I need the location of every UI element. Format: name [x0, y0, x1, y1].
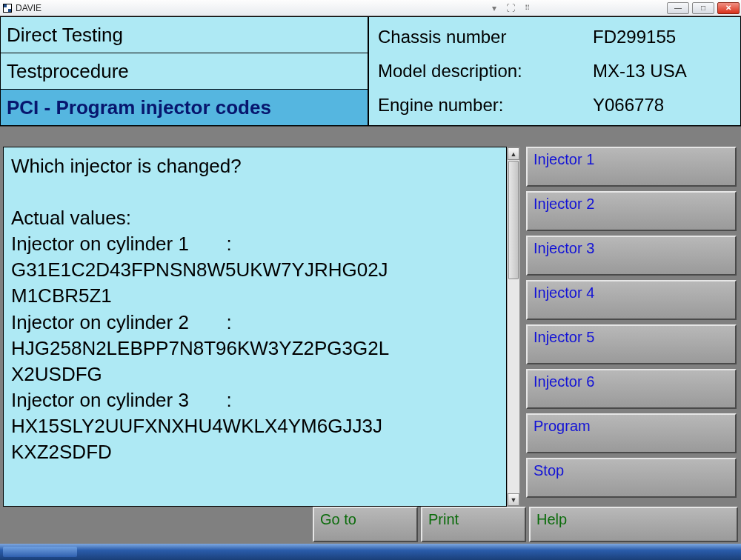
cyl3-code-1: HX15SLY2UUFXNXHU4WKLX4YM6GJJ3J [11, 415, 382, 437]
model-value: MX-13 USA [593, 61, 731, 81]
side-button-column: Injector 1 Injector 2 Injector 3 Injecto… [522, 147, 741, 507]
vehicle-info: Chassis number FD299155 Model descriptio… [369, 17, 740, 125]
goto-button[interactable]: Go to [313, 507, 418, 542]
actual-values-label: Actual values: [11, 207, 131, 229]
breadcrumb-level-3[interactable]: PCI - Program injector codes [1, 90, 368, 125]
injector-5-button[interactable]: Injector 5 [526, 324, 737, 364]
engine-value: Y066778 [593, 95, 731, 116]
chassis-row: Chassis number FD299155 [378, 27, 731, 47]
stop-button[interactable]: Stop [526, 458, 737, 498]
window-title: DAVIE [16, 3, 41, 13]
fullscreen-icon[interactable]: ⛶ [504, 2, 517, 14]
injector-2-button[interactable]: Injector 2 [526, 191, 737, 231]
injector-3-button[interactable]: Injector 3 [526, 236, 737, 276]
close-button[interactable]: ✕ [717, 2, 740, 14]
cyl1-label: Injector on cylinder 1 [11, 233, 189, 255]
engine-label: Engine number: [378, 95, 593, 116]
injector-6-button[interactable]: Injector 6 [526, 369, 737, 409]
header-panel: Direct Testing Testprocedure PCI - Progr… [0, 16, 741, 126]
content-textarea: Which injector is changed? Actual values… [3, 147, 507, 507]
breadcrumb: Direct Testing Testprocedure PCI - Progr… [1, 17, 369, 125]
scroll-up-icon[interactable]: ▲ [508, 147, 519, 160]
content-scrollbar[interactable]: ▲ ▼ [507, 147, 520, 507]
model-row: Model description: MX-13 USA [378, 61, 731, 81]
injector-4-button[interactable]: Injector 4 [526, 280, 737, 320]
help-button[interactable]: Help [529, 507, 738, 542]
cyl1-code-2: M1CBR5Z1 [11, 284, 112, 307]
model-label: Model description: [378, 61, 593, 81]
program-button[interactable]: Program [526, 413, 737, 453]
cyl3-code-2: KXZ2SDFD [11, 441, 112, 463]
chassis-value: FD299155 [593, 27, 731, 47]
injector-1-button[interactable]: Injector 1 [526, 147, 737, 187]
cyl2-label: Injector on cylinder 2 [11, 311, 189, 333]
grid-icon[interactable]: ⠿ [520, 2, 534, 14]
titlebar-mid-icons: ▾ ⛶ ⠿ [488, 2, 534, 14]
taskbar[interactable] [0, 544, 741, 560]
chassis-label: Chassis number [378, 27, 593, 47]
print-button[interactable]: Print [421, 507, 526, 542]
cyl2-code-2: X2USDFG [11, 363, 102, 385]
scroll-thumb[interactable] [508, 161, 519, 279]
app-icon [3, 4, 12, 13]
breadcrumb-level-1[interactable]: Direct Testing [1, 17, 368, 53]
bottom-toolbar: Go to Print Help [0, 507, 741, 544]
dropdown-icon[interactable]: ▾ [488, 2, 501, 14]
separator-gap [0, 126, 741, 147]
breadcrumb-level-2[interactable]: Testprocedure [1, 53, 368, 90]
maximize-button[interactable]: □ [692, 2, 714, 14]
cyl3-label: Injector on cylinder 3 [11, 389, 189, 411]
window-titlebar: DAVIE ▾ ⛶ ⠿ — □ ✕ [0, 0, 741, 16]
minimize-button[interactable]: — [667, 2, 689, 14]
main-area: Which injector is changed? Actual values… [0, 147, 741, 507]
content-question: Which injector is changed? [11, 155, 242, 177]
scroll-down-icon[interactable]: ▼ [508, 493, 519, 506]
cyl2-code-1: HJG258N2LEBPP7N8T96KW3YZ2PG3G2L [11, 337, 389, 359]
engine-row: Engine number: Y066778 [378, 95, 731, 116]
cyl1-code-1: G31E1C2D43FPNSN8W5UKW7YJRHG02J [11, 259, 388, 281]
